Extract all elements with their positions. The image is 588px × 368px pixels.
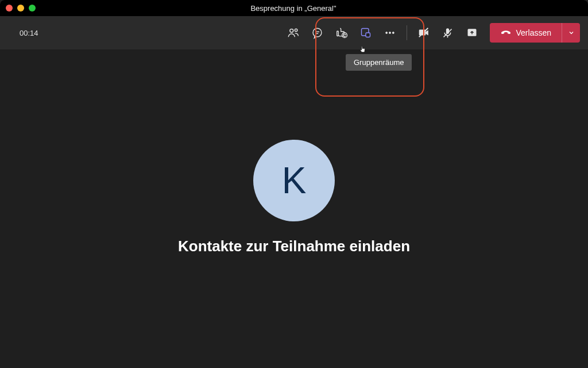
svg-point-8 bbox=[345, 34, 346, 34]
window-title: Besprechung in „General" bbox=[5, 4, 582, 13]
people-icon bbox=[287, 26, 300, 39]
share-screen-button[interactable] bbox=[460, 21, 484, 44]
meeting-timer: 00:14 bbox=[20, 29, 38, 37]
leave-button-group: Verlassen bbox=[490, 23, 580, 43]
people-button[interactable] bbox=[281, 21, 305, 44]
participant-avatar: K bbox=[253, 140, 335, 221]
breakout-rooms-button[interactable] bbox=[354, 21, 378, 44]
toolbar-divider bbox=[407, 25, 407, 40]
chevron-down-icon bbox=[568, 29, 575, 36]
svg-point-0 bbox=[289, 29, 293, 32]
svg-point-11 bbox=[385, 32, 387, 34]
svg-point-12 bbox=[389, 32, 390, 34]
breakout-rooms-icon bbox=[360, 27, 372, 39]
tooltip-text: Gruppenräume bbox=[354, 58, 404, 67]
leave-options-button[interactable] bbox=[562, 23, 580, 43]
svg-point-1 bbox=[295, 29, 297, 31]
more-options-icon bbox=[384, 27, 396, 39]
mic-toggle-button[interactable] bbox=[436, 21, 460, 44]
svg-rect-5 bbox=[336, 31, 338, 36]
camera-toggle-button[interactable] bbox=[412, 21, 436, 44]
more-options-button[interactable] bbox=[378, 21, 402, 44]
share-screen-icon bbox=[466, 27, 478, 39]
meeting-stage: K Kontakte zur Teilnahme einladen bbox=[0, 49, 588, 368]
chat-icon bbox=[311, 27, 323, 39]
hang-up-icon bbox=[500, 27, 512, 39]
chat-button[interactable] bbox=[305, 21, 330, 44]
reactions-button[interactable] bbox=[330, 21, 354, 44]
mic-off-icon bbox=[442, 27, 454, 39]
svg-point-13 bbox=[392, 32, 394, 34]
camera-off-icon bbox=[417, 26, 430, 39]
tooltip: Gruppenräume bbox=[346, 54, 412, 71]
leave-button[interactable]: Verlassen bbox=[490, 23, 562, 43]
avatar-initial: K bbox=[282, 159, 307, 202]
svg-point-7 bbox=[343, 34, 344, 34]
svg-point-2 bbox=[313, 28, 322, 37]
invite-prompt: Kontakte zur Teilnahme einladen bbox=[178, 237, 410, 255]
meeting-toolbar: 00:14 bbox=[0, 16, 588, 49]
leave-button-label: Verlassen bbox=[516, 28, 551, 37]
svg-rect-10 bbox=[366, 33, 370, 37]
window-titlebar: Besprechung in „General" bbox=[0, 0, 588, 16]
reactions-icon bbox=[335, 26, 348, 39]
